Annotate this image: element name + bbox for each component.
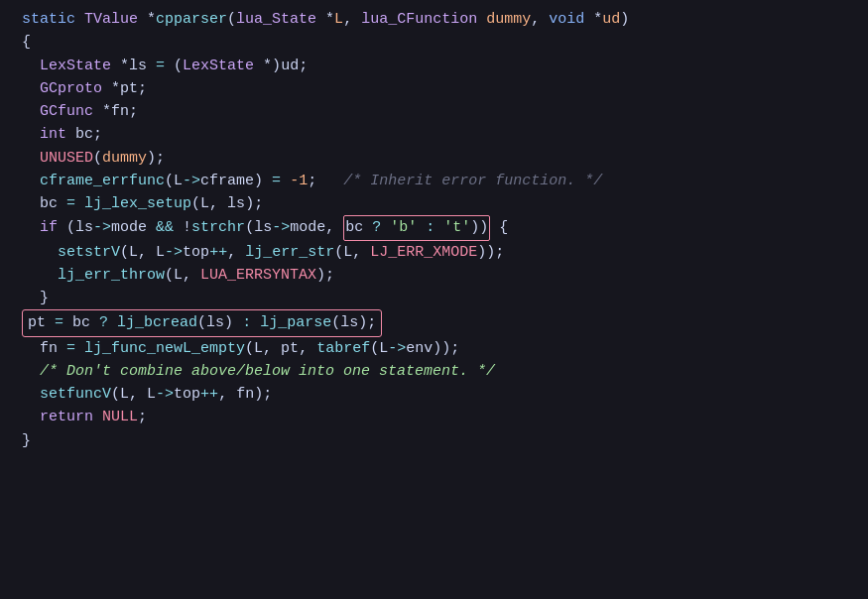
code-line-lj-err: lj_err_throw(L, LUA_ERRSYNTAX);	[0, 264, 868, 287]
red-box-bc-expr: bc ? 'b' : 't'))	[343, 215, 490, 240]
code-line-lexstate: LexState *ls = (LexState *)ud;	[0, 55, 868, 77]
code-line-setfuncv: setfuncV(L, L->top++, fn);	[0, 383, 868, 406]
kw-tvalue: TValue	[84, 8, 147, 31]
code-line-sig: static TValue *cpparser(lua_State *L, lu…	[0, 8, 868, 31]
kw-static: static	[22, 8, 84, 31]
code-line-setstrv: setstrV(L, L->top++, lj_err_str(L, LJ_ER…	[0, 241, 868, 264]
code-line-bc-setup: bc = lj_lex_setup(L, ls);	[0, 192, 868, 215]
code-line-cframe: cframe_errfunc(L->cframe) = -1; /* Inher…	[0, 170, 868, 192]
code-line-intbc: int bc;	[0, 123, 868, 146]
code-line-comment-dont: /* Don't combine above/below into one st…	[0, 360, 868, 383]
code-line-return-null: return NULL;	[0, 406, 868, 428]
code-line-gcfunc: GCfunc *fn;	[0, 100, 868, 123]
code-line-if-mode: if (ls->mode && !strchr(ls->mode, bc ? '…	[0, 215, 868, 240]
code-line-close-brace: }	[0, 429, 868, 452]
punct-star: *	[147, 8, 156, 31]
code-line-fn-assign: fn = lj_func_newL_empty(L, pt, tabref(L-…	[0, 337, 868, 360]
fn-cpparser: cpparser	[156, 8, 227, 31]
code-line-unused: UNUSED(dummy);	[0, 147, 868, 170]
code-line-openbrace: {	[0, 31, 868, 54]
code-line-pt-assign: pt = bc ? lj_bcread(ls) : lj_parse(ls);	[0, 309, 868, 336]
code-line-gcproto: GCproto *pt;	[0, 77, 868, 100]
red-box-pt-assign: pt = bc ? lj_bcread(ls) : lj_parse(ls);	[22, 309, 382, 336]
code-line-close-inner: }	[0, 287, 868, 309]
code-viewer: static TValue *cpparser(lua_State *L, lu…	[0, 0, 868, 599]
